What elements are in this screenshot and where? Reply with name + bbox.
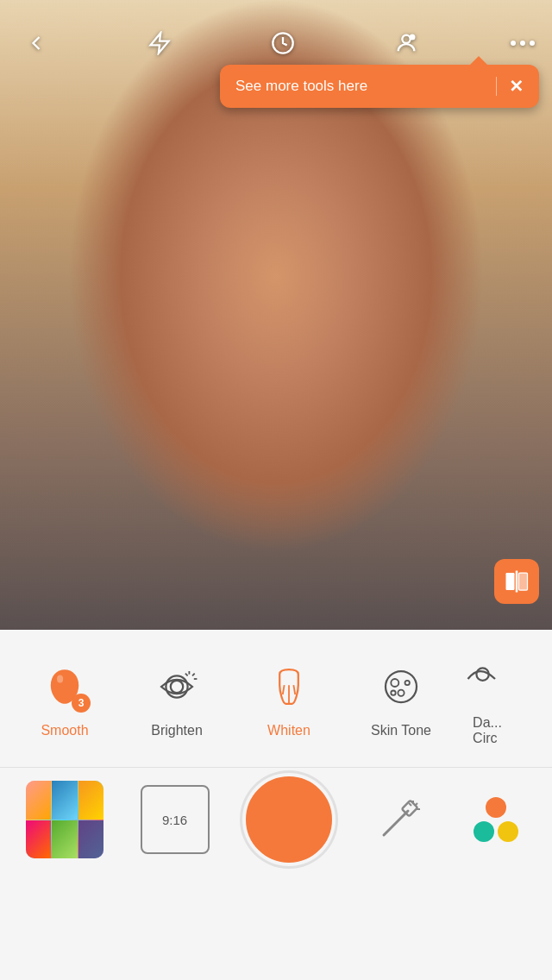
color-picker-button[interactable] <box>466 789 526 850</box>
dark-circles-icon-wrap <box>460 651 515 707</box>
smooth-icon-wrap: 3 <box>37 659 92 714</box>
gallery-cell-2 <box>52 781 77 820</box>
whiten-icon-wrap <box>261 659 317 714</box>
svg-point-21 <box>391 690 395 694</box>
svg-point-7 <box>57 675 63 682</box>
filter-button[interactable] <box>387 24 425 62</box>
svg-point-22 <box>476 668 488 680</box>
tooltip-text: See more tools here <box>235 78 484 95</box>
svg-line-26 <box>409 803 411 806</box>
dark-circles-label: Da...Circ <box>473 715 502 746</box>
tools-tooltip: See more tools here ✕ <box>220 65 539 108</box>
tooltip-divider <box>496 77 497 96</box>
svg-marker-0 <box>151 33 169 53</box>
skin-tone-icon <box>378 663 424 710</box>
magic-wand-button[interactable] <box>369 789 430 850</box>
bottom-panel: 3 Smooth Brighten <box>0 630 552 980</box>
gallery-cell-4 <box>26 820 51 859</box>
more-options-button[interactable] <box>511 41 535 46</box>
svg-point-2 <box>402 35 410 43</box>
tool-brighten[interactable]: Brighten <box>121 638 233 759</box>
brighten-label: Brighten <box>151 723 203 738</box>
action-row: 9:16 <box>0 768 552 871</box>
svg-point-19 <box>405 680 410 684</box>
svg-point-20 <box>398 689 404 695</box>
whiten-icon <box>266 663 312 710</box>
back-button[interactable] <box>17 24 55 62</box>
tool-whiten[interactable]: Whiten <box>233 638 345 759</box>
aspect-ratio-button[interactable]: 9:16 <box>141 785 210 854</box>
svg-point-9 <box>171 680 183 692</box>
tool-skin-tone[interactable]: Skin Tone <box>345 638 457 759</box>
svg-line-16 <box>293 685 295 694</box>
brighten-icon <box>154 663 200 710</box>
gallery-cell-5 <box>52 820 77 859</box>
gallery-cell-6 <box>78 820 104 859</box>
color-dot-orange <box>486 797 506 818</box>
smooth-badge: 3 <box>72 694 91 713</box>
brighten-icon-wrap <box>149 659 204 714</box>
camera-preview: See more tools here ✕ <box>0 0 552 630</box>
dark-circles-icon <box>464 656 511 702</box>
gallery-button[interactable] <box>26 781 104 858</box>
svg-point-18 <box>391 679 398 687</box>
skin-tone-label: Skin Tone <box>371 723 431 738</box>
whiten-label: Whiten <box>267 723 310 738</box>
aspect-ratio-label: 9:16 <box>162 813 187 827</box>
tool-dark-circles[interactable]: Da...Circ <box>457 638 518 759</box>
svg-point-3 <box>411 35 415 40</box>
svg-line-12 <box>192 673 195 675</box>
svg-line-15 <box>283 685 285 694</box>
tools-row: 3 Smooth Brighten <box>0 630 552 768</box>
svg-point-17 <box>386 671 417 702</box>
gallery-cell-1 <box>26 781 51 820</box>
tooltip-close-button[interactable]: ✕ <box>509 78 524 95</box>
skin-tone-icon-wrap <box>373 659 429 714</box>
color-dot-teal <box>474 821 494 842</box>
svg-line-11 <box>185 673 188 675</box>
svg-line-27 <box>415 803 417 806</box>
shutter-button[interactable] <box>246 776 332 863</box>
top-navigation <box>0 0 552 69</box>
flash-button[interactable] <box>141 24 179 62</box>
tool-smooth[interactable]: 3 Smooth <box>9 638 121 759</box>
smooth-label: Smooth <box>41 723 88 738</box>
color-dot-yellow <box>498 821 518 842</box>
gallery-cell-3 <box>78 781 104 820</box>
svg-rect-4 <box>506 573 515 590</box>
svg-rect-5 <box>519 573 528 590</box>
color-dots <box>474 797 518 842</box>
compare-button[interactable] <box>494 559 539 604</box>
timer-button[interactable] <box>264 24 302 62</box>
svg-line-23 <box>384 811 408 835</box>
